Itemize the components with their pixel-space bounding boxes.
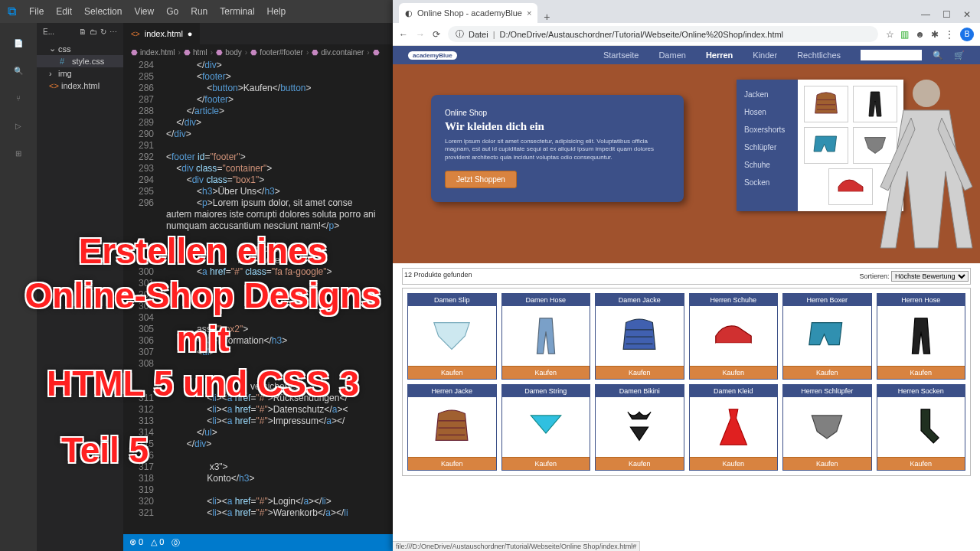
thumb-puffer-brown[interactable] bbox=[804, 86, 848, 122]
shop-now-button[interactable]: Jetzt Shoppen bbox=[445, 171, 517, 188]
editor-tab-index-html[interactable]: <> index.html ● bbox=[123, 23, 201, 44]
buy-button[interactable]: Kaufen bbox=[690, 366, 778, 379]
menu-edit[interactable]: Edit bbox=[50, 6, 78, 17]
site-nav: academyBlue StartseiteDamenHerrenKinderR… bbox=[393, 46, 980, 64]
buy-button[interactable]: Kaufen bbox=[783, 366, 871, 379]
buy-button[interactable]: Kaufen bbox=[596, 366, 684, 379]
category-jacken[interactable]: Jacken bbox=[737, 86, 798, 103]
product-title: Damen Kleid bbox=[690, 385, 778, 397]
product-title: Damen Bikini bbox=[596, 385, 684, 397]
close-tab-icon[interactable]: × bbox=[527, 8, 531, 18]
minimize-icon[interactable]: — bbox=[921, 9, 930, 20]
vscode-logo-icon: ⧉ bbox=[0, 5, 23, 18]
extensions-icon[interactable]: ✱ bbox=[931, 29, 939, 40]
product-image bbox=[408, 397, 496, 457]
more-icon[interactable]: ⋯ bbox=[109, 28, 117, 36]
product-title: Damen String bbox=[502, 385, 590, 397]
hero-kicker: Online Shop bbox=[445, 109, 670, 117]
buy-button[interactable]: Kaufen bbox=[408, 457, 496, 470]
ext2-icon[interactable]: ☻ bbox=[915, 29, 925, 40]
buy-button[interactable]: Kaufen bbox=[408, 366, 496, 379]
reload-icon[interactable]: ⟳ bbox=[433, 29, 440, 40]
star-icon[interactable]: ☆ bbox=[886, 29, 894, 40]
product-image bbox=[502, 306, 590, 366]
product-toolbar: 12 Produkte gefunden Sortieren: Höchste … bbox=[402, 268, 971, 285]
run-icon[interactable]: ▷ bbox=[9, 116, 28, 135]
menu-go[interactable]: Go bbox=[160, 6, 185, 17]
new-file-icon[interactable]: 🗎 bbox=[79, 28, 87, 36]
search-icon[interactable]: 🔍 bbox=[9, 61, 28, 80]
thumb-boxer[interactable] bbox=[804, 127, 848, 164]
file-index.html[interactable]: <>index.html bbox=[37, 80, 123, 92]
category-schuhe[interactable]: Schuhe bbox=[737, 156, 798, 174]
menu-terminal[interactable]: Terminal bbox=[214, 6, 260, 17]
new-tab-button[interactable]: + bbox=[537, 11, 556, 23]
explorer-icon[interactable]: 📄 bbox=[9, 34, 28, 52]
brand-logo[interactable]: academyBlue bbox=[408, 51, 457, 60]
nav-startseite[interactable]: Startseite bbox=[603, 51, 639, 60]
cart-icon[interactable]: 🛒 bbox=[954, 51, 965, 60]
menu-help[interactable]: Help bbox=[261, 6, 292, 17]
category-socken[interactable]: Socken bbox=[737, 174, 798, 191]
product-card: Herren Hose Kaufen bbox=[877, 293, 966, 380]
source-control-icon[interactable]: ⑂ bbox=[9, 89, 28, 107]
nav-herren[interactable]: Herren bbox=[706, 51, 733, 60]
product-title: Damen Hose bbox=[502, 294, 590, 306]
refresh-icon[interactable]: ↻ bbox=[100, 28, 106, 36]
search-input[interactable] bbox=[861, 50, 922, 60]
search-icon[interactable]: 🔍 bbox=[933, 51, 943, 60]
nav-kinder[interactable]: Kinder bbox=[753, 51, 777, 60]
product-card: Damen Hose Kaufen bbox=[501, 293, 591, 380]
product-grid: Damen Slip Kaufen Damen Hose Kaufen Dame… bbox=[402, 288, 971, 476]
product-title: Herren Jacke bbox=[408, 385, 496, 397]
buy-button[interactable]: Kaufen bbox=[502, 457, 590, 470]
product-image bbox=[783, 397, 871, 457]
product-title: Damen Jacke bbox=[596, 294, 684, 306]
sort-select[interactable]: Höchste Bewertung bbox=[891, 271, 969, 282]
buy-button[interactable]: Kaufen bbox=[502, 366, 590, 379]
menu-icon[interactable]: ⋮ bbox=[945, 29, 954, 40]
address-bar[interactable]: ⓘ Datei | D:/OneDrive/Austauschordner/Tu… bbox=[448, 26, 878, 42]
category-schlüpfer[interactable]: Schlüpfer bbox=[737, 139, 798, 156]
folder-img[interactable]: ›img bbox=[37, 67, 123, 80]
browser-tab[interactable]: ◐ Online Shop - academyBlue × bbox=[399, 3, 537, 23]
maximize-icon[interactable]: ☐ bbox=[942, 9, 951, 20]
product-title: Herren Schuhe bbox=[690, 294, 778, 306]
nav-back-icon[interactable]: ← bbox=[399, 29, 408, 40]
hero-card: Online Shop Wir kleiden dich ein Lorem i… bbox=[431, 95, 684, 202]
menu-run[interactable]: Run bbox=[185, 6, 214, 17]
close-window-icon[interactable]: ✕ bbox=[963, 9, 971, 20]
menu-view[interactable]: View bbox=[128, 6, 160, 17]
nav-damen[interactable]: Damen bbox=[658, 51, 685, 60]
browser-window: ◐ Online Shop - academyBlue × + — ☐ ✕ ← … bbox=[393, 0, 980, 551]
menu-file[interactable]: File bbox=[23, 6, 50, 17]
product-title: Herren Boxer bbox=[783, 294, 871, 306]
product-image bbox=[690, 306, 778, 366]
buy-button[interactable]: Kaufen bbox=[783, 457, 871, 470]
nav-forward-icon[interactable]: → bbox=[416, 29, 425, 40]
product-title: Herren Hose bbox=[877, 294, 965, 306]
product-count: 12 Produkte gefunden bbox=[404, 271, 472, 282]
menu-selection[interactable]: Selection bbox=[78, 6, 128, 17]
product-card: Herren Schuhe Kaufen bbox=[689, 293, 779, 380]
buy-button[interactable]: Kaufen bbox=[596, 457, 684, 470]
extensions-icon[interactable]: ⊞ bbox=[9, 144, 28, 162]
buy-button[interactable]: Kaufen bbox=[690, 457, 778, 470]
product-card: Damen String Kaufen bbox=[501, 384, 591, 471]
folder-css[interactable]: ⌄css bbox=[37, 42, 123, 55]
product-card: Damen Bikini Kaufen bbox=[595, 384, 684, 471]
profile-avatar[interactable]: B bbox=[960, 28, 974, 41]
ext1-icon[interactable]: ▥ bbox=[900, 29, 909, 40]
category-hosen[interactable]: Hosen bbox=[737, 103, 798, 121]
new-folder-icon[interactable]: 🗀 bbox=[90, 28, 97, 36]
buy-button[interactable]: Kaufen bbox=[877, 457, 965, 470]
nav-rechtliches[interactable]: Rechtliches bbox=[797, 51, 841, 60]
product-card: Herren Jacke Kaufen bbox=[407, 384, 497, 471]
product-image bbox=[408, 306, 496, 366]
webpage: academyBlue StartseiteDamenHerrenKinderR… bbox=[393, 46, 980, 551]
file-style.css[interactable]: #style.css bbox=[37, 55, 123, 67]
buy-button[interactable]: Kaufen bbox=[877, 366, 965, 379]
file-icon: ⓘ bbox=[456, 28, 464, 40]
explorer-sidebar: E... 🗎 🗀 ↻ ⋯ ⌄css#style.css›img<>index.h… bbox=[37, 23, 123, 551]
category-boxershorts[interactable]: Boxershorts bbox=[737, 121, 798, 139]
